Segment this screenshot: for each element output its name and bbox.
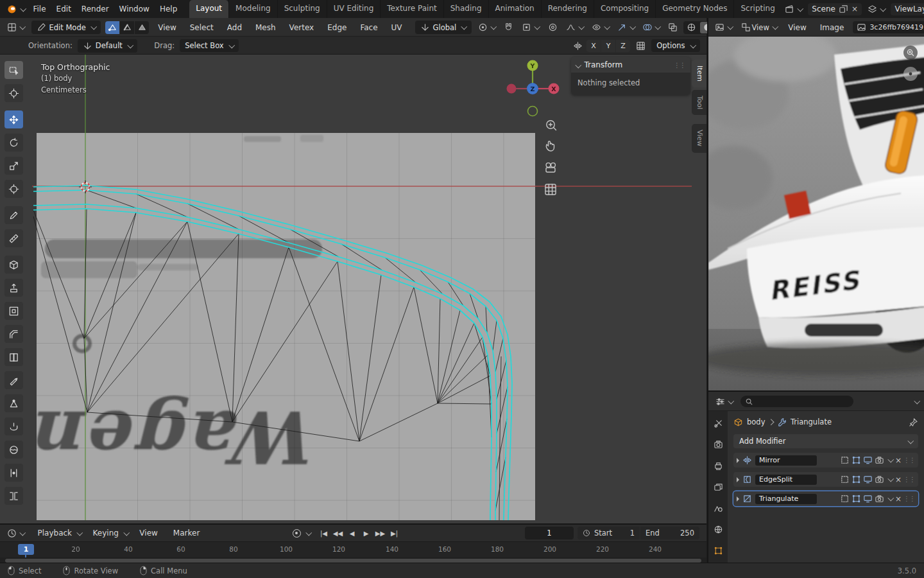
tool-orientation-dropdown[interactable]: Default bbox=[78, 39, 138, 53]
edge-select-button[interactable] bbox=[120, 21, 134, 34]
tool-measure[interactable] bbox=[4, 229, 23, 247]
close-icon[interactable]: × bbox=[851, 5, 858, 13]
tool-inset-faces[interactable] bbox=[4, 302, 23, 320]
visibility-dropdown[interactable] bbox=[590, 21, 612, 33]
on-cage-toggle-icon[interactable] bbox=[840, 494, 850, 504]
new-copy-icon[interactable] bbox=[839, 4, 848, 14]
image-menu-view[interactable]: View bbox=[783, 21, 810, 34]
workspace-tab-compositing[interactable]: Compositing bbox=[594, 0, 655, 18]
modifier-name-field[interactable]: Triangulate bbox=[755, 494, 817, 504]
image-datablock-field[interactable]: 3c26ffb769419 bbox=[853, 21, 924, 33]
frame-start-field[interactable]: Start 1 bbox=[578, 527, 640, 539]
menu-file[interactable]: File bbox=[29, 3, 51, 15]
realtime-toggle-icon[interactable] bbox=[863, 475, 873, 484]
tool-bevel[interactable] bbox=[4, 325, 23, 343]
vp-menu-select[interactable]: Select bbox=[185, 21, 218, 34]
drag-handle-icon[interactable]: ⋮⋮ bbox=[903, 495, 915, 502]
pivot-point-dropdown[interactable] bbox=[476, 21, 498, 33]
workspace-tab-uv-editing[interactable]: UV Editing bbox=[327, 0, 381, 18]
tab-world[interactable] bbox=[708, 522, 728, 536]
view-layer-browse-button[interactable] bbox=[866, 3, 887, 15]
snap-base-button[interactable] bbox=[634, 40, 647, 52]
expand-arrow-icon[interactable] bbox=[737, 477, 739, 482]
modifier-name-field[interactable]: Mirror bbox=[755, 455, 817, 466]
render-toggle-icon[interactable] bbox=[875, 494, 884, 504]
modifier-row-edgesplit[interactable]: EdgeSplit × ⋮⋮ bbox=[733, 472, 918, 487]
workspace-tab-texture-paint[interactable]: Texture Paint bbox=[380, 0, 443, 18]
sidebar-tab-item[interactable]: Item bbox=[692, 60, 706, 87]
vp-menu-uv[interactable]: UV bbox=[387, 21, 407, 34]
workspace-tab-geometry-nodes[interactable]: Geometry Nodes bbox=[655, 0, 733, 18]
timeline-menu-keying[interactable]: Keying bbox=[89, 527, 123, 539]
edit-mode-toggle-icon[interactable] bbox=[851, 475, 861, 484]
gizmo-axis-neg-y[interactable] bbox=[528, 107, 538, 116]
play-reverse-button[interactable]: ◀ bbox=[346, 527, 359, 539]
auto-keying-toggle[interactable] bbox=[290, 527, 303, 539]
workspace-tab-animation[interactable]: Animation bbox=[488, 0, 541, 18]
timeline-menu-view[interactable]: View bbox=[135, 527, 162, 539]
face-select-button[interactable] bbox=[135, 21, 149, 34]
timeline-menu-marker[interactable]: Marker bbox=[169, 527, 204, 539]
proportional-falloff-dropdown[interactable] bbox=[564, 21, 586, 33]
transform-orientation-dropdown[interactable]: Global bbox=[415, 21, 472, 34]
breadcrumb-modifier[interactable]: Triangulate bbox=[791, 417, 832, 426]
tool-transform[interactable] bbox=[4, 180, 23, 198]
tool-cursor[interactable] bbox=[4, 84, 23, 102]
tool-rip-region[interactable] bbox=[4, 487, 23, 505]
delete-modifier-icon[interactable]: × bbox=[895, 457, 902, 464]
vp-menu-add[interactable]: Add bbox=[223, 21, 246, 34]
overlays-dropdown[interactable] bbox=[640, 21, 662, 33]
jump-to-start-button[interactable]: |◀ bbox=[318, 527, 330, 539]
extras-dropdown-icon[interactable] bbox=[888, 495, 894, 501]
workspace-tab-layout[interactable]: Layout bbox=[189, 0, 228, 18]
tool-extrude-region[interactable] bbox=[4, 279, 23, 297]
on-cage-toggle-icon[interactable] bbox=[840, 455, 850, 465]
tool-spin[interactable] bbox=[4, 417, 23, 435]
tab-output[interactable] bbox=[708, 459, 728, 473]
tool-move[interactable] bbox=[4, 110, 23, 128]
menu-help[interactable]: Help bbox=[155, 3, 182, 15]
next-keyframe-button[interactable]: ▶▶ bbox=[374, 527, 387, 539]
image-editor-canvas[interactable]: REISS bbox=[707, 37, 924, 390]
pin-icon[interactable] bbox=[909, 417, 918, 427]
delete-modifier-icon[interactable]: × bbox=[895, 495, 902, 503]
tab-tool[interactable] bbox=[708, 416, 728, 430]
timeline-menu-playback[interactable]: Playback bbox=[33, 527, 77, 539]
menu-render[interactable]: Render bbox=[77, 3, 114, 15]
render-toggle-icon[interactable] bbox=[875, 455, 884, 465]
modifier-row-triangulate[interactable]: Triangulate × ⋮⋮ bbox=[733, 491, 918, 506]
timeline-ruler[interactable]: 20 40 60 80 100 120 140 160 180 200 220 … bbox=[0, 541, 706, 557]
tool-rotate[interactable] bbox=[4, 134, 23, 152]
delete-modifier-icon[interactable]: × bbox=[895, 476, 902, 484]
show-gizmo-dropdown[interactable] bbox=[615, 21, 637, 33]
drag-mode-dropdown[interactable]: Select Box bbox=[180, 39, 239, 52]
editor-type-timeline[interactable] bbox=[5, 527, 27, 539]
workspace-tab-shading[interactable]: Shading bbox=[443, 0, 488, 18]
tool-select-box[interactable] bbox=[4, 61, 23, 79]
extras-dropdown-icon[interactable] bbox=[888, 457, 894, 462]
scene-browse-button[interactable] bbox=[783, 3, 805, 15]
drag-handle-icon[interactable]: ⋮⋮ bbox=[903, 476, 915, 483]
add-modifier-dropdown[interactable]: Add Modifier bbox=[733, 434, 918, 448]
render-toggle-icon[interactable] bbox=[875, 475, 884, 484]
edit-mode-toggle-icon[interactable] bbox=[851, 494, 861, 504]
extras-dropdown-icon[interactable] bbox=[888, 476, 894, 482]
tool-annotate[interactable] bbox=[4, 206, 23, 224]
workspace-tab-scripting[interactable]: Scripting bbox=[733, 0, 781, 18]
realtime-toggle-icon[interactable] bbox=[863, 494, 873, 504]
mirror-z-button[interactable]: Z bbox=[616, 40, 630, 52]
tool-edge-slide[interactable] bbox=[4, 464, 23, 482]
playhead-badge[interactable]: 1 bbox=[18, 544, 34, 555]
tab-view-layer[interactable] bbox=[708, 480, 728, 494]
prev-keyframe-button[interactable]: ◀◀ bbox=[332, 527, 345, 539]
play-button[interactable]: ▶ bbox=[360, 527, 373, 539]
vp-menu-vertex[interactable]: Vertex bbox=[285, 21, 319, 34]
workspace-tab-sculpting[interactable]: Sculpting bbox=[277, 0, 327, 18]
viewport-canvas[interactable]: Wagen bbox=[0, 55, 706, 523]
timeline-scrollbar[interactable] bbox=[5, 559, 701, 563]
filter-dropdown-icon[interactable] bbox=[914, 398, 920, 403]
image-zoom-button[interactable] bbox=[903, 46, 918, 60]
view-layer-name-field[interactable]: ViewLayer × bbox=[891, 3, 924, 15]
vp-menu-edge[interactable]: Edge bbox=[323, 21, 351, 34]
workspace-tab-modeling[interactable]: Modeling bbox=[228, 0, 277, 18]
